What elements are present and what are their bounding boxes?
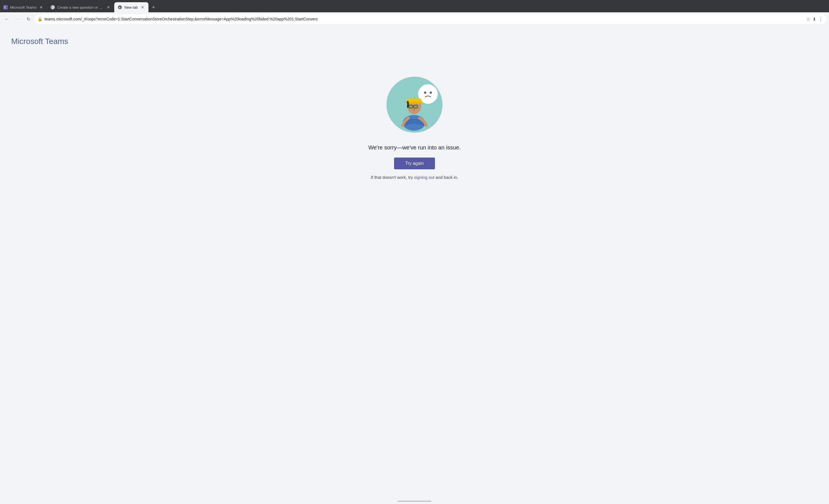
reload-button[interactable]: ↻ (24, 14, 33, 24)
error-illustration (384, 74, 445, 135)
fallback-prefix: If that doesn't work, try (371, 175, 414, 180)
svg-point-27 (413, 109, 415, 111)
download-icon[interactable]: ⬇ (812, 16, 817, 23)
page-title: Microsoft Teams (11, 37, 818, 46)
google-favicon-icon: G (50, 5, 55, 9)
address-bar: ← → ↻ 🔒 teams.microsoft.com/_#/oops?erro… (0, 12, 829, 26)
browser-frame: T Microsoft Teams ✕ G Create a new quest… (0, 0, 829, 26)
scrollbar-hint (398, 501, 431, 502)
svg-rect-4 (51, 6, 52, 7)
svg-point-15 (430, 91, 432, 94)
svg-point-14 (424, 91, 426, 94)
tab-teams-label: Microsoft Teams (10, 5, 36, 9)
page-content: Microsoft Teams (0, 26, 829, 504)
teams-favicon-icon: T (3, 5, 8, 9)
tab-question-label: Create a new question or sta (57, 5, 104, 9)
menu-icon[interactable]: ⋮ (818, 16, 823, 23)
tab-teams-close-icon[interactable]: ✕ (39, 5, 44, 10)
url-actions: ☆ ⬇ ⋮ (806, 16, 823, 23)
new-tab-button[interactable]: + (148, 2, 158, 12)
tab-bar: T Microsoft Teams ✕ G Create a new quest… (0, 0, 829, 12)
svg-text:⊕: ⊕ (118, 6, 121, 9)
svg-rect-26 (414, 105, 418, 108)
fallback-suffix: and back in. (434, 175, 458, 180)
svg-rect-6 (53, 7, 54, 8)
fallback-text: If that doesn't work, try signing out an… (371, 175, 458, 180)
url-text: teams.microsoft.com/_#/oops?errorCode=1:… (44, 17, 803, 21)
bookmark-icon[interactable]: ☆ (806, 16, 811, 23)
tab-newtab-label: New tab (124, 5, 138, 9)
forward-button[interactable]: → (13, 14, 23, 24)
svg-rect-25 (409, 105, 413, 108)
try-again-button[interactable]: Try again (394, 158, 435, 169)
back-button[interactable]: ← (2, 14, 12, 24)
error-container: We're sorry—we've run into an issue. Try… (11, 63, 818, 191)
newtab-favicon-icon: ⊕ (118, 5, 122, 9)
tab-microsoft-teams[interactable]: T Microsoft Teams ✕ (0, 2, 47, 12)
signing-out-link[interactable]: signing out (414, 175, 434, 180)
svg-rect-5 (53, 6, 54, 7)
svg-rect-7 (51, 7, 52, 8)
lock-icon: 🔒 (38, 17, 42, 21)
error-message: We're sorry—we've run into an issue. (368, 144, 461, 151)
svg-text:T: T (4, 6, 6, 9)
tab-newtab-close-icon[interactable]: ✕ (140, 5, 145, 10)
url-bar[interactable]: 🔒 teams.microsoft.com/_#/oops?errorCode=… (34, 14, 827, 24)
tab-question-close-icon[interactable]: ✕ (106, 5, 111, 10)
tab-new-tab[interactable]: ⊕ New tab ✕ (114, 2, 148, 12)
tab-create-question[interactable]: G Create a new question or sta ✕ (47, 2, 114, 12)
